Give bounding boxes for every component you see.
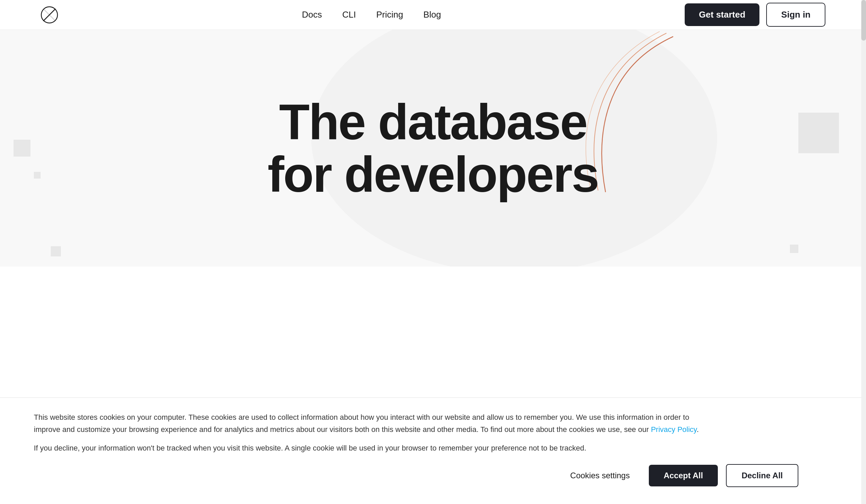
hero-section: The database for developers <box>0 30 866 267</box>
cookie-paragraph-2: If you decline, your information won't b… <box>34 442 710 454</box>
sign-in-button[interactable]: Sign in <box>766 3 825 27</box>
logo[interactable] <box>41 6 58 24</box>
decline-all-button[interactable]: Decline All <box>726 464 798 487</box>
cookie-text-before-link: This website stores cookies on your comp… <box>34 413 689 433</box>
cookie-text-after-link: . <box>697 425 699 434</box>
deco-block-right-bottom <box>790 245 798 253</box>
nav-blog[interactable]: Blog <box>423 10 441 20</box>
cookie-banner: This website stores cookies on your comp… <box>0 397 866 504</box>
scrollbar-thumb[interactable] <box>861 0 866 41</box>
cookies-settings-button[interactable]: Cookies settings <box>559 466 641 486</box>
get-started-button[interactable]: Get started <box>685 3 759 26</box>
hero-line2: for developers <box>268 146 598 202</box>
scrollbar-track[interactable] <box>861 0 866 504</box>
header-actions: Get started Sign in <box>685 3 825 27</box>
deco-block-left <box>13 140 31 157</box>
header: Docs CLI Pricing Blog Get started Sign i… <box>0 0 866 30</box>
accept-all-button[interactable]: Accept All <box>649 465 718 486</box>
cookie-actions: Cookies settings Accept All Decline All <box>34 464 832 487</box>
deco-block-left-sm <box>34 172 41 179</box>
main-nav: Docs CLI Pricing Blog <box>302 10 441 20</box>
nav-docs[interactable]: Docs <box>302 10 322 20</box>
cookie-paragraph-1: This website stores cookies on your comp… <box>34 411 710 435</box>
privacy-policy-link[interactable]: Privacy Policy <box>651 425 697 434</box>
logo-icon <box>41 6 58 24</box>
hero-text: The database for developers <box>268 96 598 201</box>
nav-cli[interactable]: CLI <box>342 10 356 20</box>
deco-block-left-bottom <box>51 246 61 256</box>
nav-pricing[interactable]: Pricing <box>376 10 403 20</box>
hero-line1: The database <box>279 94 587 150</box>
hero-headline: The database for developers <box>268 96 598 201</box>
deco-block-right-top <box>798 113 839 153</box>
